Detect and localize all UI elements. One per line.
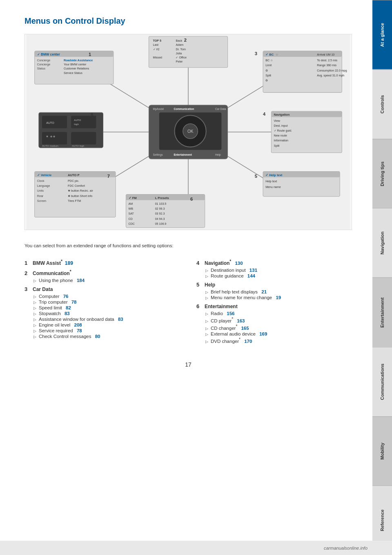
triangle-icon: ▷ [205,290,208,294]
svg-text:MyAssist: MyAssist [153,107,164,111]
section-3-sub-8: ▷ Check Control messages 80 [24,334,180,339]
triangle-icon: ▷ [205,269,208,273]
sub-text: Speed limit [39,305,62,310]
sub-text: Route guidance [211,273,244,278]
sub-text: Menu name for menu change [211,295,272,300]
section-2-num: 2 [24,270,30,276]
section-4-sub-1: ▷ Destination input 131 [196,268,352,273]
svg-text:Units: Units [37,189,44,192]
triangle-icon: ▷ [205,296,208,300]
section-1-num: 1 [24,260,30,266]
section-4-header: 4 Navigation* 130 [196,259,352,266]
sub-page: 184 [76,278,85,283]
svg-text:Screen: Screen [37,199,47,203]
svg-text:5: 5 [255,174,257,179]
svg-text:Navigation: Navigation [274,113,290,116]
triangle-icon: ▷ [33,300,36,304]
svg-text:✿: ✿ [265,79,268,82]
svg-text:Dest. input: Dest. input [274,124,288,128]
svg-text:Tires FTM: Tires FTM [68,199,81,203]
svg-text:Settings: Settings [153,153,163,157]
section-6-sub-4: ▷ External audio device 169 [196,331,352,336]
footer: carmanualsonline.info [0,541,392,555]
sub-text-help-text-displays: Brief help text displays [211,289,258,294]
svg-text:02 99.3: 02 99.3 [155,207,165,210]
sub-page: 208 [73,322,82,327]
triangle-icon: ▷ [33,329,36,333]
page-number-area: 17 [24,361,352,368]
section-6-header: 6 Entertainment [196,303,352,309]
svg-rect-99 [42,132,67,145]
sub-page: 165 [240,326,249,331]
sub-page: 83 [63,311,70,316]
svg-text:AUTO medium: AUTO medium [42,144,58,147]
svg-text:✓ Vehicle: ✓ Vehicle [37,173,51,177]
svg-text:⚙: ⚙ [265,69,268,72]
svg-text:TOP 5: TOP 5 [153,39,161,43]
section-5-sub-2: ▷ Menu name for menu change 19 [196,295,352,300]
sidebar-tab-driving-tips[interactable]: Driving tips [372,139,392,208]
svg-text:04 94.3: 04 94.3 [155,217,165,221]
svg-text:Your BMW center: Your BMW center [64,63,87,66]
svg-text:8: 8 [91,112,93,117]
triangle-icon: ▷ [33,335,36,339]
svg-text:✓ FM: ✓ FM [129,196,137,200]
svg-text:✓ Route guid.: ✓ Route guid. [274,129,292,132]
svg-text:3: 3 [255,51,257,56]
svg-text:AM: AM [129,202,133,206]
sub-text: Engine oil level [39,322,70,327]
svg-text:Last: Last [153,43,158,47]
sidebar-tab-navigation[interactable]: Navigation [372,208,392,278]
intro-text: You can select from an extended range of… [24,242,261,249]
svg-text:⊕ ⊕: ⊕ ⊕ [50,135,55,138]
sub-text: DVD changer* [211,337,241,344]
sub-page: 19 [274,295,281,300]
triangle-icon: ▷ [33,306,36,310]
svg-text:1: 1 [89,52,91,57]
sidebar-tab-mobility[interactable]: Mobility [372,416,392,486]
section-4-num: 4 [196,260,202,266]
sub-text: Computer [39,294,60,299]
svg-text:✓ Office: ✓ Office [176,56,186,59]
svg-text:Adam: Adam [176,43,183,47]
section-5-sub-1: ▷ Brief help text displays 21 [196,289,352,294]
sub-text: Destination input [211,268,246,273]
sidebar-tab-entertainment[interactable]: Entertainment [372,278,392,347]
triangle-icon: ▷ [33,318,36,322]
section-6-sub-3: ▷ CD changer* 165 [196,324,352,331]
svg-text:Information: Information [274,139,289,142]
svg-text:❖ button    Short info: ❖ button Short info [68,195,92,198]
section-4-page: 130 [234,261,243,266]
svg-text:AUTO: AUTO [46,121,54,125]
triangle-icon: ▷ [205,319,208,323]
triangle-icon: ▷ [33,323,36,327]
control-display-diagram: ✓ BMW center Concierge Roadside Assistan… [24,34,352,230]
svg-text:Language: Language [37,184,50,188]
main-content: Menus on Control Display ✓ BMW center Co… [0,0,372,393]
sub-page: 169 [258,331,267,336]
svg-text:AUTO P: AUTO P [68,173,80,177]
section-3-sub-3: ▷ Speed limit 82 [24,305,180,310]
section-3-title: Car Data [33,286,53,292]
sidebar-tab-controls[interactable]: Controls [372,69,392,139]
svg-text:Consumption 22.0 mpg: Consumption 22.0 mpg [317,69,347,72]
sub-page: 76 [62,294,69,299]
triangle-icon: ▷ [33,312,36,316]
triangle-icon: ▷ [205,332,208,336]
svg-text:Peter: Peter [176,60,183,63]
svg-text:SAT: SAT [129,212,134,215]
section-1-title: BMW Assist* [33,259,62,266]
sub-text: Check Control messages [39,334,91,339]
sidebar-tab-communications[interactable]: Communications [372,347,392,416]
sub-text-stopwatch: Stopwatch [39,311,61,316]
content-columns: 1 BMW Assist* 189 2 Communication* ▷ Usi… [24,256,352,344]
sub-text: Radio [211,311,223,316]
section-3-sub-2: ▷ Trip computer 78 [24,300,180,304]
triangle-icon: ▷ [205,327,208,331]
sidebar-tab-at-a-glance[interactable]: At a glance [372,0,392,69]
svg-text:✓ #2: ✓ #2 [153,48,160,51]
section-3-num: 3 [24,286,30,292]
section-5-num: 5 [196,282,202,288]
svg-rect-94 [42,116,67,128]
svg-text:New route: New route [274,134,287,137]
